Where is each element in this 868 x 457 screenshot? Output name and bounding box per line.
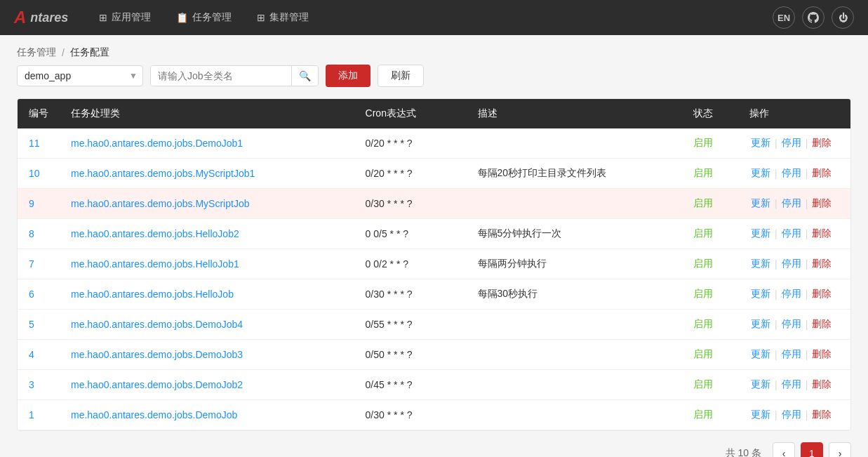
stop-link[interactable]: 停用: [780, 227, 803, 240]
cell-id[interactable]: 9: [18, 189, 60, 219]
ops-group: 更新 | 停用 | 删除: [749, 167, 839, 180]
sep-1: |: [775, 168, 777, 179]
cell-class[interactable]: me.hao0.antares.demo.jobs.MyScriptJob: [60, 189, 354, 219]
cell-cron: 0/45 * * * ?: [354, 370, 467, 400]
search-button[interactable]: 🔍: [291, 66, 318, 86]
logo: A ntares: [14, 8, 68, 27]
delete-link[interactable]: 删除: [810, 137, 833, 150]
cell-desc: 每隔20秒打印主目录文件列表: [467, 159, 682, 189]
app-select[interactable]: demo_app: [17, 65, 143, 86]
cell-ops: 更新 | 停用 | 删除: [738, 310, 850, 340]
cell-ops: 更新 | 停用 | 删除: [738, 370, 850, 400]
sep-1: |: [775, 379, 777, 390]
stop-link[interactable]: 停用: [780, 378, 803, 391]
stop-link[interactable]: 停用: [780, 137, 803, 150]
stop-link[interactable]: 停用: [780, 167, 803, 180]
delete-link[interactable]: 删除: [810, 288, 833, 300]
update-link[interactable]: 更新: [749, 137, 772, 150]
delete-link[interactable]: 删除: [810, 258, 833, 270]
cell-class[interactable]: me.hao0.antares.demo.jobs.MyScriptJob1: [60, 159, 354, 189]
cell-id[interactable]: 7: [18, 249, 60, 279]
status-badge: 启用: [693, 348, 713, 359]
update-link[interactable]: 更新: [749, 409, 772, 421]
cell-id[interactable]: 10: [18, 159, 60, 189]
pagination-next[interactable]: ›: [829, 442, 851, 457]
search-input[interactable]: [151, 66, 291, 86]
update-link[interactable]: 更新: [749, 167, 772, 180]
delete-link[interactable]: 删除: [810, 318, 833, 331]
cell-cron: 0/55 * * * ?: [354, 310, 467, 340]
stop-link[interactable]: 停用: [780, 197, 803, 210]
update-link[interactable]: 更新: [749, 288, 772, 300]
cell-class[interactable]: me.hao0.antares.demo.jobs.DemoJob1: [60, 128, 354, 159]
stop-link[interactable]: 停用: [780, 258, 803, 270]
nav: ⊞ 应用管理 📋 任务管理 ⊞ 集群管理: [89, 7, 752, 28]
delete-link[interactable]: 删除: [810, 167, 833, 180]
lang-button[interactable]: EN: [773, 6, 795, 29]
update-link[interactable]: 更新: [749, 197, 772, 210]
cell-class[interactable]: me.hao0.antares.demo.jobs.HelloJob1: [60, 249, 354, 279]
sep-1: |: [775, 319, 777, 330]
update-link[interactable]: 更新: [749, 227, 772, 240]
cell-status: 启用: [682, 219, 738, 249]
cell-id[interactable]: 3: [18, 370, 60, 400]
stop-link[interactable]: 停用: [780, 288, 803, 300]
update-link[interactable]: 更新: [749, 258, 772, 270]
cell-class[interactable]: me.hao0.antares.demo.jobs.DemoJob2: [60, 370, 354, 400]
stop-link[interactable]: 停用: [780, 409, 803, 421]
nav-item-cluster-mgmt[interactable]: ⊞ 集群管理: [247, 7, 319, 28]
cell-id[interactable]: 5: [18, 310, 60, 340]
cell-id[interactable]: 11: [18, 128, 60, 159]
cell-class[interactable]: me.hao0.antares.demo.jobs.HelloJob: [60, 279, 354, 310]
delete-link[interactable]: 删除: [810, 197, 833, 210]
sep-2: |: [806, 258, 808, 270]
cell-class[interactable]: me.hao0.antares.demo.jobs.DemoJob3: [60, 340, 354, 370]
logo-text: ntares: [30, 11, 68, 25]
cell-id[interactable]: 6: [18, 279, 60, 310]
cell-class[interactable]: me.hao0.antares.demo.jobs.DemoJob: [60, 400, 354, 430]
sep-2: |: [806, 319, 808, 330]
ops-group: 更新 | 停用 | 删除: [749, 288, 839, 300]
search-icon: 🔍: [299, 70, 311, 81]
pagination-prev[interactable]: ‹: [773, 442, 795, 457]
cell-id[interactable]: 1: [18, 400, 60, 430]
cell-cron: 0/30 * * * ?: [354, 400, 467, 430]
col-header-status: 状态: [682, 99, 738, 128]
col-header-id: 编号: [18, 99, 60, 128]
cell-desc: [467, 128, 682, 159]
cell-id[interactable]: 4: [18, 340, 60, 370]
ops-group: 更新 | 停用 | 删除: [749, 197, 839, 210]
ops-group: 更新 | 停用 | 删除: [749, 409, 839, 421]
cell-id[interactable]: 8: [18, 219, 60, 249]
cell-status: 启用: [682, 279, 738, 310]
cell-class[interactable]: me.hao0.antares.demo.jobs.HelloJob2: [60, 219, 354, 249]
sep-2: |: [806, 349, 808, 360]
header-right: EN ⏻: [773, 6, 854, 29]
cell-ops: 更新 | 停用 | 删除: [738, 219, 850, 249]
main-content: demo_app ▼ 🔍 添加 刷新 编号 任务处理类 Cron表达式 描述 状…: [0, 65, 868, 457]
delete-link[interactable]: 删除: [810, 409, 833, 421]
cell-class[interactable]: me.hao0.antares.demo.jobs.DemoJob4: [60, 310, 354, 340]
stop-link[interactable]: 停用: [780, 318, 803, 331]
delete-link[interactable]: 删除: [810, 348, 833, 361]
delete-link[interactable]: 删除: [810, 378, 833, 391]
nav-item-task-mgmt[interactable]: 📋 任务管理: [166, 7, 241, 28]
pagination-page-1[interactable]: 1: [801, 442, 823, 457]
update-link[interactable]: 更新: [749, 318, 772, 331]
refresh-button[interactable]: 刷新: [378, 65, 424, 87]
sep-1: |: [775, 289, 777, 300]
cell-cron: 0/20 * * * ?: [354, 128, 467, 159]
nav-item-app-mgmt[interactable]: ⊞ 应用管理: [89, 7, 161, 28]
stop-link[interactable]: 停用: [780, 348, 803, 361]
power-button[interactable]: ⏻: [832, 6, 854, 29]
ops-group: 更新 | 停用 | 删除: [749, 378, 839, 391]
cell-ops: 更新 | 停用 | 删除: [738, 249, 850, 279]
sep-2: |: [806, 289, 808, 300]
delete-link[interactable]: 删除: [810, 227, 833, 240]
add-button[interactable]: 添加: [326, 65, 370, 87]
update-link[interactable]: 更新: [749, 348, 772, 361]
github-button[interactable]: [802, 6, 824, 29]
table-row: 6 me.hao0.antares.demo.jobs.HelloJob 0/3…: [18, 279, 850, 310]
breadcrumb-parent[interactable]: 任务管理: [17, 46, 56, 59]
update-link[interactable]: 更新: [749, 378, 772, 391]
